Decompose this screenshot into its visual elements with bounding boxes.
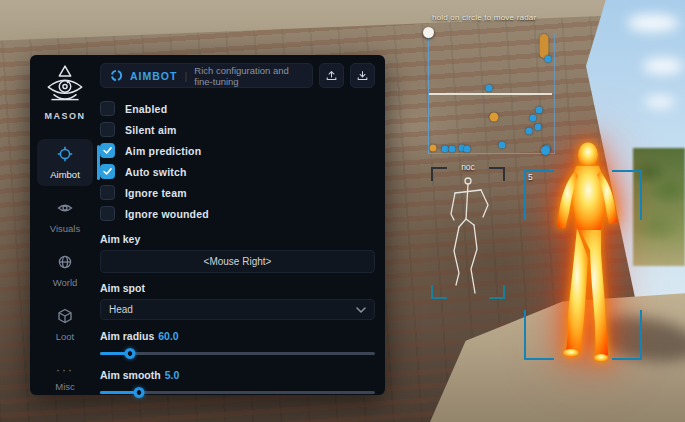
checkbox[interactable] <box>100 122 115 137</box>
aim-smooth-slider[interactable] <box>100 387 375 398</box>
box-corner <box>524 170 554 172</box>
aim-key-button[interactable]: <Mouse Right> <box>100 250 375 273</box>
box-corner <box>524 170 526 220</box>
aim-spot-value: Head <box>109 304 133 315</box>
sidebar-item-label: Loot <box>56 331 75 342</box>
panel-subtitle: Rich configuration and fine-tuning <box>194 65 303 87</box>
checkbox-label: Enabled <box>125 103 167 115</box>
aim-spot-label: Aim spot <box>100 282 375 294</box>
radar-dot-blue <box>544 56 551 63</box>
checkbox[interactable] <box>100 101 115 116</box>
radar-capsule-marker <box>540 34 549 58</box>
checkbox-label: Ignore team <box>125 187 187 199</box>
radar-dot-orange <box>490 113 499 122</box>
skeleton-bones <box>431 167 505 299</box>
checkbox-row-auto-switch[interactable]: Auto switch <box>100 161 375 182</box>
slider-value: 5.0 <box>165 369 180 381</box>
radar-dot-blue <box>463 146 470 153</box>
download-config-button[interactable] <box>350 63 375 88</box>
box-corner <box>640 170 642 220</box>
slider-label-text: Aim radius <box>100 330 154 342</box>
radar-dot-blue <box>536 106 543 113</box>
box-corner <box>524 310 526 360</box>
check-icon <box>103 168 112 175</box>
sidebar-item-loot[interactable]: Loot <box>37 301 93 348</box>
aim-radius-slider[interactable] <box>100 348 375 359</box>
sidebar-item-misc[interactable]: ··· Misc <box>37 355 93 398</box>
slider-label-text: Aim smooth <box>100 369 161 381</box>
aim-key-label: Aim key <box>100 233 375 245</box>
radar-dot-blue <box>526 128 533 135</box>
box-corner <box>640 310 642 360</box>
box-corner <box>524 358 554 360</box>
radar-dot-blue <box>529 115 536 122</box>
download-icon <box>356 69 369 82</box>
game-screen: hold on circle to move radar noc <box>0 0 685 422</box>
checkbox-label: Ignore wounded <box>125 208 209 220</box>
cloud <box>643 58 683 74</box>
radar-move-handle[interactable] <box>423 27 434 38</box>
distance-label: 5 <box>528 172 533 182</box>
brand-name: MASON <box>45 111 86 121</box>
panel-title: AIMBOT <box>130 70 177 82</box>
sidebar-item-label: Visuals <box>50 223 80 234</box>
sidebar: MASON Aimbot Visuals <box>30 55 100 395</box>
checkbox-row-aim-prediction[interactable]: Aim prediction <box>100 140 375 161</box>
radar-dot-blue <box>486 85 493 92</box>
sidebar-item-label: Aimbot <box>50 169 80 180</box>
sidebar-item-world[interactable]: World <box>37 247 93 294</box>
checkbox-list: Enabled Silent aim Aim prediction Auto s… <box>100 98 375 224</box>
header-title-bar: AIMBOT | Rich configuration and fine-tun… <box>100 63 313 88</box>
radar-hint-text: hold on circle to move radar <box>432 13 536 22</box>
check-icon <box>103 147 112 154</box>
checkbox[interactable] <box>100 164 115 179</box>
panel-header: AIMBOT | Rich configuration and fine-tun… <box>100 63 375 88</box>
head-marker-dot <box>541 146 550 155</box>
skeleton-esp: noc <box>431 167 505 299</box>
slider-value: 60.0 <box>158 330 178 342</box>
checkbox-label: Aim prediction <box>125 145 201 157</box>
checkbox-row-ignore-team[interactable]: Ignore team <box>100 182 375 203</box>
upload-config-button[interactable] <box>319 63 344 88</box>
brand-logo: MASON <box>42 65 88 121</box>
aim-spot-dropdown[interactable]: Head <box>100 299 375 320</box>
mason-eye-logo-icon <box>42 65 88 107</box>
cloud <box>627 14 679 32</box>
radar-dot-blue <box>498 141 505 148</box>
cheat-menu-panel: MASON Aimbot Visuals <box>30 55 385 395</box>
sidebar-nav: Aimbot Visuals World <box>30 131 100 422</box>
checkbox-row-enabled[interactable]: Enabled <box>100 98 375 119</box>
checkbox-row-silent-aim[interactable]: Silent aim <box>100 119 375 140</box>
slider-thumb[interactable] <box>133 387 144 398</box>
slider-thumb[interactable] <box>125 348 136 359</box>
radar-dot-blue <box>534 123 541 130</box>
radar-horizon-line <box>429 93 552 95</box>
checkbox[interactable] <box>100 143 115 158</box>
checkbox-label: Auto switch <box>125 166 187 178</box>
dots-icon: ··· <box>56 362 74 378</box>
panel-content: AIMBOT | Rich configuration and fine-tun… <box>100 55 385 395</box>
checkbox-label: Silent aim <box>125 124 177 136</box>
checkbox[interactable] <box>100 206 115 221</box>
upload-icon <box>325 69 338 82</box>
box-corner <box>612 170 642 172</box>
eye-icon <box>57 200 73 220</box>
player-esp-box: 5 <box>524 170 642 360</box>
radar-dot-blue <box>448 146 455 153</box>
slider-track[interactable] <box>100 352 375 355</box>
aim-radius-label: Aim radius60.0 <box>100 330 375 342</box>
box-corner <box>612 358 642 360</box>
radar-dot-orange <box>429 145 436 152</box>
crosshair-icon <box>57 146 73 166</box>
chevron-down-icon <box>356 307 366 313</box>
sidebar-item-label: Misc <box>55 381 75 392</box>
radar <box>428 33 555 154</box>
sidebar-item-visuals[interactable]: Visuals <box>37 193 93 240</box>
sidebar-item-aimbot[interactable]: Aimbot <box>37 139 93 186</box>
cloud <box>645 96 675 108</box>
globe-icon <box>57 254 73 274</box>
checkbox[interactable] <box>100 185 115 200</box>
checkbox-row-ignore-wounded[interactable]: Ignore wounded <box>100 203 375 224</box>
sidebar-item-label: World <box>53 277 78 288</box>
aim-smooth-label: Aim smooth5.0 <box>100 369 375 381</box>
